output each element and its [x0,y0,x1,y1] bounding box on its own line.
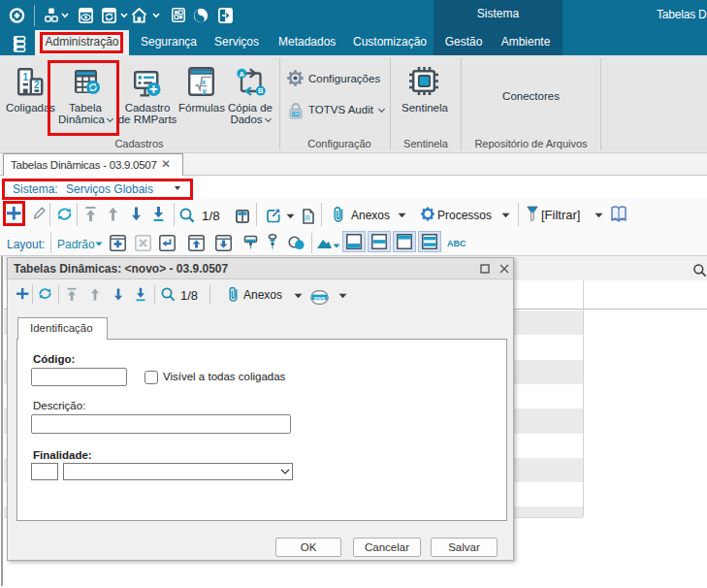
svg-text:x: x [202,78,207,86]
svg-text:2: 2 [34,80,40,90]
svg-text:1: 1 [22,72,28,82]
svg-text:y: y [202,86,207,95]
svg-text:LOG: LOG [293,113,300,116]
svg-text:WWW: WWW [314,296,326,301]
svg-text:B: B [258,86,264,95]
svg-text:A: A [240,70,245,79]
